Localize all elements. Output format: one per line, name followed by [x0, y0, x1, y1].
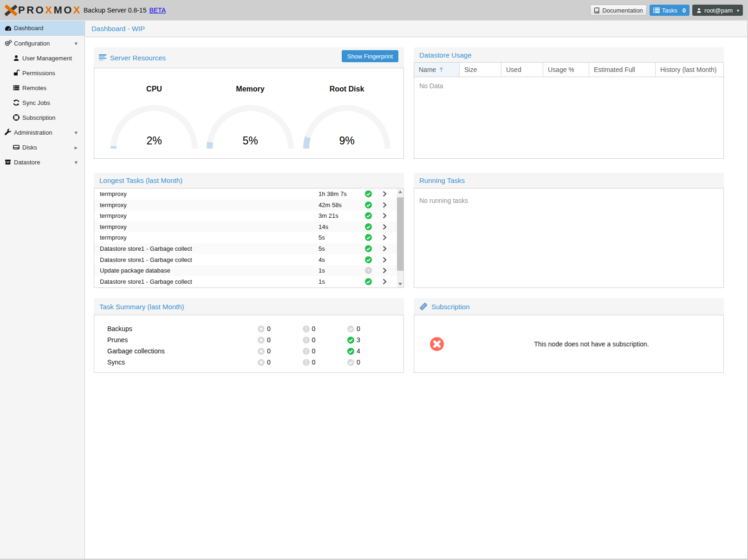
scrollbar-up-arrow[interactable]	[398, 190, 402, 193]
column-header-used[interactable]: Used	[501, 63, 543, 77]
task-summary-ok-count: 0	[347, 358, 392, 366]
documentation-button-label: Documentation	[602, 7, 643, 14]
task-status-ok-icon	[359, 202, 377, 208]
subscription-panel: Subscription This node does not have a s…	[414, 298, 724, 373]
chevron-right-icon[interactable]	[377, 267, 392, 273]
task-summary-ok-count: 0	[347, 325, 392, 332]
task-name: Update package database	[94, 267, 319, 274]
tasks-count-badge: 0	[683, 7, 686, 14]
show-fingerprint-button[interactable]: Show Fingerprint	[342, 50, 398, 62]
server-resources-title: Server Resources	[110, 54, 166, 62]
ok-icon	[347, 326, 354, 332]
longest-tasks-title: Longest Tasks (last Month)	[99, 176, 182, 184]
chevron-right-icon[interactable]	[377, 279, 392, 285]
column-header-history-last-month-[interactable]: History (last Month)	[656, 63, 723, 77]
task-row[interactable]: termproxy42m 58s	[94, 200, 397, 211]
chevron-right-icon[interactable]	[377, 234, 392, 241]
chevron-right-icon[interactable]	[377, 257, 392, 263]
task-summary-row: Prunes003	[94, 334, 403, 345]
chevron-right-icon[interactable]	[377, 246, 392, 252]
sidebar-item-label: Permissions	[22, 70, 55, 77]
dashboard-icon	[4, 25, 12, 32]
sidebar-item-label: Remotes	[22, 85, 46, 91]
chevron-right-icon[interactable]	[377, 224, 392, 230]
column-header-size[interactable]: Size	[460, 63, 501, 77]
sidebar-item-subscription[interactable]: Subscription	[0, 110, 85, 125]
column-header-label: History (last Month)	[660, 66, 716, 73]
longest-tasks-body: termproxy1h 38m 7stermproxy42m 58stermpr…	[94, 188, 404, 288]
sidebar: DashboardConfiguration▾User ManagementPe…	[0, 20, 85, 560]
sidebar-item-sync-jobs[interactable]: Sync Jobs	[0, 95, 85, 110]
longest-tasks-panel: Longest Tasks (last Month) termproxy1h 3…	[94, 173, 404, 288]
task-summary-warning-count: 0	[303, 358, 348, 366]
task-row[interactable]: Datastore store1 - Garbage collect1s	[94, 276, 397, 287]
column-header-usage-[interactable]: Usage %	[543, 63, 589, 77]
task-summary-warning-count: 0	[303, 325, 348, 332]
task-status-ok-icon	[359, 223, 377, 230]
chevron-down-icon: ▾	[737, 8, 739, 13]
datastore-usage-panel: Datastore Usage NameSizeUsedUsage %Estim…	[414, 47, 724, 159]
sidebar-item-label: Datastore	[14, 159, 40, 166]
documentation-button[interactable]: Documentation	[590, 5, 646, 16]
task-row[interactable]: Update package database1s?	[94, 265, 397, 276]
task-summary-header: Task Summary (last Month)	[94, 298, 404, 315]
scrollbar-thumb[interactable]	[397, 197, 403, 271]
running-tasks-body: No running tasks	[414, 188, 724, 288]
sidebar-item-configuration[interactable]: Configuration▾	[0, 36, 85, 51]
task-status-ok-icon	[359, 190, 377, 197]
product-name: Backup Server 0.8-15	[84, 7, 146, 14]
sidebar-item-label: Disks	[22, 144, 37, 151]
beta-link[interactable]: BETA	[149, 7, 166, 14]
column-header-label: Estimated Full	[594, 66, 635, 73]
longest-tasks-header: Longest Tasks (last Month)	[94, 173, 404, 188]
unlock-icon	[12, 69, 20, 77]
task-row[interactable]: Datastore store1 - Garbage collect5s	[94, 243, 397, 254]
sidebar-item-label: Subscription	[22, 114, 56, 121]
task-summary-label: Prunes	[94, 336, 258, 344]
sidebar-item-dashboard[interactable]: Dashboard	[0, 21, 85, 36]
sidebar-item-user-management[interactable]: User Management	[0, 51, 85, 65]
sidebar-item-remotes[interactable]: Remotes	[0, 80, 85, 95]
gauge-value: 9%	[300, 135, 393, 147]
tasks-button[interactable]: Tasks 0	[650, 5, 689, 16]
task-duration: 1h 38m 7s	[319, 190, 359, 197]
sidebar-item-label: Configuration	[14, 40, 50, 47]
task-summary-row: Backups000	[94, 323, 403, 334]
column-header-estimated-full[interactable]: Estimated Full	[589, 63, 656, 77]
chevron-right-icon[interactable]	[377, 202, 392, 208]
chevron-right-icon[interactable]	[377, 191, 392, 197]
task-row[interactable]: termproxy14s	[94, 221, 397, 233]
column-header-name[interactable]: Name	[414, 63, 460, 77]
sidebar-item-disks[interactable]: Disks▸	[0, 140, 85, 155]
task-summary-error-count: 0	[258, 325, 303, 332]
sort-up-icon	[439, 67, 443, 72]
caret-down-icon: ▾	[74, 40, 78, 47]
caret-right-icon: ▸	[74, 144, 78, 151]
warning-icon	[303, 326, 310, 332]
subscription-header: Subscription	[414, 298, 724, 315]
proxmox-logo: PROXMOX	[5, 4, 82, 16]
gauge-value: 5%	[204, 135, 297, 147]
task-row[interactable]: termproxy5s	[94, 232, 397, 243]
user-menu-label: root@pam	[704, 7, 733, 14]
task-name: termproxy	[94, 223, 319, 230]
task-name: Datastore store1 - Garbage collect	[94, 256, 319, 263]
longest-tasks-scrollbar[interactable]	[397, 189, 403, 287]
task-status-ok-icon	[359, 212, 377, 219]
sidebar-item-datastore[interactable]: Datastore▾	[0, 155, 85, 169]
sidebar-item-permissions[interactable]: Permissions	[0, 65, 85, 80]
datastore-usage-header: Datastore Usage	[414, 47, 724, 62]
scrollbar-down-arrow[interactable]	[398, 283, 402, 286]
ticket-icon	[419, 302, 428, 311]
sidebar-item-administration[interactable]: Administration▾	[0, 125, 85, 140]
task-status-ok-icon	[359, 245, 377, 252]
task-summary-error-count: 0	[258, 336, 303, 344]
column-header-label: Usage %	[548, 66, 574, 73]
task-row[interactable]: termproxy1h 38m 7s	[94, 189, 397, 200]
task-row[interactable]: termproxy3m 21s	[94, 210, 397, 221]
task-name: Datastore store1 - Garbage collect	[94, 245, 319, 252]
warning-icon	[303, 359, 310, 366]
task-row[interactable]: Datastore store1 - Garbage collect4s	[94, 254, 397, 265]
chevron-right-icon[interactable]	[377, 213, 392, 219]
user-menu-button[interactable]: root@pam ▾	[692, 5, 743, 16]
